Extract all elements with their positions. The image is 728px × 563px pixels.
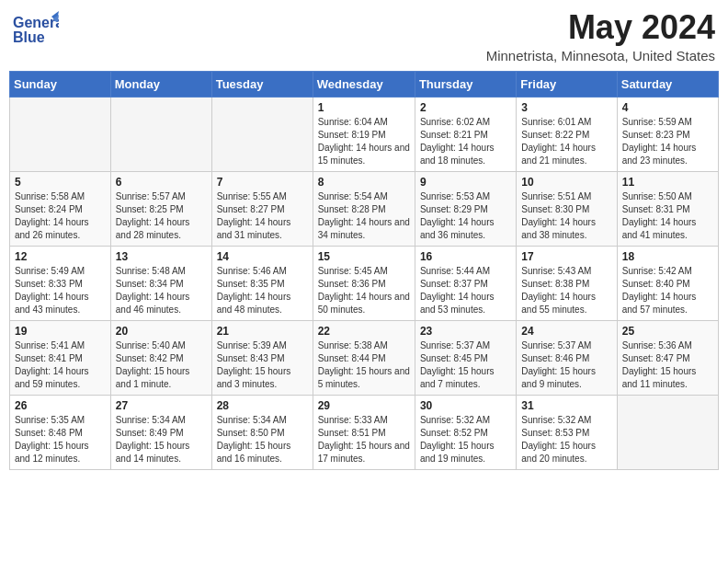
day-number: 17 (521, 250, 611, 263)
day-number: 13 (116, 250, 207, 263)
day-of-week-header: Wednesday (313, 71, 415, 97)
day-number: 1 (318, 101, 410, 114)
day-info: Sunrise: 5:59 AMSunset: 8:23 PMDaylight:… (622, 116, 713, 167)
day-of-week-header: Saturday (617, 71, 718, 97)
calendar-day-cell (617, 395, 718, 469)
day-info: Sunrise: 5:39 AMSunset: 8:43 PMDaylight:… (217, 339, 308, 391)
calendar-day-cell: 14Sunrise: 5:46 AMSunset: 8:35 PMDayligh… (211, 246, 313, 320)
calendar-header-row: SundayMondayTuesdayWednesdayThursdayFrid… (10, 71, 719, 97)
calendar-day-cell: 16Sunrise: 5:44 AMSunset: 8:37 PMDayligh… (415, 246, 516, 320)
day-number: 19 (15, 325, 106, 338)
calendar-day-cell: 21Sunrise: 5:39 AMSunset: 8:43 PMDayligh… (211, 320, 313, 395)
day-number: 21 (217, 325, 308, 338)
svg-text:General: General (13, 15, 59, 30)
day-number: 26 (15, 399, 106, 412)
logo-icon: General Blue (13, 9, 59, 51)
calendar-day-cell: 9Sunrise: 5:53 AMSunset: 8:29 PMDaylight… (415, 171, 516, 246)
calendar-day-cell: 19Sunrise: 5:41 AMSunset: 8:41 PMDayligh… (10, 320, 111, 395)
day-info: Sunrise: 5:38 AMSunset: 8:44 PMDaylight:… (318, 339, 410, 391)
day-info: Sunrise: 5:37 AMSunset: 8:45 PMDaylight:… (420, 339, 511, 391)
location-title: Minnetrista, Minnesota, United States (486, 48, 715, 63)
calendar-week-row: 19Sunrise: 5:41 AMSunset: 8:41 PMDayligh… (10, 320, 719, 395)
calendar-day-cell: 15Sunrise: 5:45 AMSunset: 8:36 PMDayligh… (313, 246, 415, 320)
day-number: 29 (318, 399, 410, 412)
calendar-day-cell: 18Sunrise: 5:42 AMSunset: 8:40 PMDayligh… (617, 246, 718, 320)
calendar-day-cell: 20Sunrise: 5:40 AMSunset: 8:42 PMDayligh… (110, 320, 211, 395)
calendar-day-cell: 1Sunrise: 6:04 AMSunset: 8:19 PMDaylight… (313, 97, 415, 171)
calendar-day-cell: 29Sunrise: 5:33 AMSunset: 8:51 PMDayligh… (313, 395, 415, 469)
day-number: 15 (318, 250, 410, 263)
calendar-day-cell: 28Sunrise: 5:34 AMSunset: 8:50 PMDayligh… (211, 395, 313, 469)
calendar-day-cell: 25Sunrise: 5:36 AMSunset: 8:47 PMDayligh… (617, 320, 718, 395)
calendar-week-row: 12Sunrise: 5:49 AMSunset: 8:33 PMDayligh… (10, 246, 719, 320)
day-number: 23 (420, 325, 511, 338)
day-of-week-header: Friday (517, 71, 617, 97)
day-info: Sunrise: 6:04 AMSunset: 8:19 PMDaylight:… (318, 116, 410, 167)
day-info: Sunrise: 5:51 AMSunset: 8:30 PMDaylight:… (521, 190, 611, 242)
day-info: Sunrise: 5:45 AMSunset: 8:36 PMDaylight:… (318, 265, 410, 316)
day-info: Sunrise: 5:32 AMSunset: 8:52 PMDaylight:… (420, 414, 511, 465)
calendar-week-row: 5Sunrise: 5:58 AMSunset: 8:24 PMDaylight… (10, 171, 719, 246)
calendar-week-row: 1Sunrise: 6:04 AMSunset: 8:19 PMDaylight… (10, 97, 719, 171)
day-info: Sunrise: 5:41 AMSunset: 8:41 PMDaylight:… (15, 339, 106, 391)
day-number: 4 (622, 101, 713, 114)
day-number: 22 (318, 325, 410, 338)
day-of-week-header: Sunday (10, 71, 111, 97)
day-number: 20 (116, 325, 207, 338)
day-number: 16 (420, 250, 511, 263)
day-info: Sunrise: 5:33 AMSunset: 8:51 PMDaylight:… (318, 414, 410, 465)
calendar-day-cell: 30Sunrise: 5:32 AMSunset: 8:52 PMDayligh… (415, 395, 516, 469)
day-number: 27 (116, 399, 207, 412)
day-number: 3 (521, 101, 611, 114)
day-number: 31 (521, 399, 611, 412)
calendar-day-cell: 31Sunrise: 5:32 AMSunset: 8:53 PMDayligh… (517, 395, 617, 469)
day-of-week-header: Monday (110, 71, 211, 97)
day-number: 30 (420, 399, 511, 412)
day-number: 8 (318, 176, 410, 189)
calendar-day-cell: 27Sunrise: 5:34 AMSunset: 8:49 PMDayligh… (110, 395, 211, 469)
day-info: Sunrise: 5:55 AMSunset: 8:27 PMDaylight:… (217, 190, 308, 242)
logo: General Blue (13, 9, 63, 51)
svg-text:Blue: Blue (13, 29, 45, 45)
day-info: Sunrise: 5:40 AMSunset: 8:42 PMDaylight:… (116, 339, 207, 391)
day-info: Sunrise: 5:54 AMSunset: 8:28 PMDaylight:… (318, 190, 410, 242)
day-info: Sunrise: 5:57 AMSunset: 8:25 PMDaylight:… (116, 190, 207, 242)
day-number: 12 (15, 250, 106, 263)
month-title: May 2024 (486, 9, 715, 46)
calendar-day-cell: 22Sunrise: 5:38 AMSunset: 8:44 PMDayligh… (313, 320, 415, 395)
day-info: Sunrise: 5:58 AMSunset: 8:24 PMDaylight:… (15, 190, 106, 242)
day-info: Sunrise: 5:44 AMSunset: 8:37 PMDaylight:… (420, 265, 511, 316)
calendar-day-cell: 12Sunrise: 5:49 AMSunset: 8:33 PMDayligh… (10, 246, 111, 320)
day-number: 14 (217, 250, 308, 263)
day-info: Sunrise: 6:01 AMSunset: 8:22 PMDaylight:… (521, 116, 611, 167)
calendar-day-cell: 24Sunrise: 5:37 AMSunset: 8:46 PMDayligh… (517, 320, 617, 395)
calendar-week-row: 26Sunrise: 5:35 AMSunset: 8:48 PMDayligh… (10, 395, 719, 469)
calendar-day-cell: 13Sunrise: 5:48 AMSunset: 8:34 PMDayligh… (110, 246, 211, 320)
day-number: 18 (622, 250, 713, 263)
calendar-day-cell: 7Sunrise: 5:55 AMSunset: 8:27 PMDaylight… (211, 171, 313, 246)
calendar-day-cell: 17Sunrise: 5:43 AMSunset: 8:38 PMDayligh… (517, 246, 617, 320)
day-info: Sunrise: 5:42 AMSunset: 8:40 PMDaylight:… (622, 265, 713, 316)
day-number: 9 (420, 176, 511, 189)
day-of-week-header: Tuesday (211, 71, 313, 97)
calendar-day-cell: 5Sunrise: 5:58 AMSunset: 8:24 PMDaylight… (10, 171, 111, 246)
calendar-day-cell: 6Sunrise: 5:57 AMSunset: 8:25 PMDaylight… (110, 171, 211, 246)
day-number: 5 (15, 176, 106, 189)
day-info: Sunrise: 5:37 AMSunset: 8:46 PMDaylight:… (521, 339, 611, 391)
day-number: 28 (217, 399, 308, 412)
calendar-day-cell: 23Sunrise: 5:37 AMSunset: 8:45 PMDayligh… (415, 320, 516, 395)
day-info: Sunrise: 5:50 AMSunset: 8:31 PMDaylight:… (622, 190, 713, 242)
calendar-day-cell (110, 97, 211, 171)
calendar-day-cell: 8Sunrise: 5:54 AMSunset: 8:28 PMDaylight… (313, 171, 415, 246)
day-info: Sunrise: 6:02 AMSunset: 8:21 PMDaylight:… (420, 116, 511, 167)
day-of-week-header: Thursday (415, 71, 516, 97)
calendar-day-cell: 3Sunrise: 6:01 AMSunset: 8:22 PMDaylight… (517, 97, 617, 171)
day-info: Sunrise: 5:49 AMSunset: 8:33 PMDaylight:… (15, 265, 106, 316)
calendar-day-cell: 10Sunrise: 5:51 AMSunset: 8:30 PMDayligh… (517, 171, 617, 246)
day-info: Sunrise: 5:36 AMSunset: 8:47 PMDaylight:… (622, 339, 713, 391)
calendar-day-cell: 11Sunrise: 5:50 AMSunset: 8:31 PMDayligh… (617, 171, 718, 246)
day-info: Sunrise: 5:32 AMSunset: 8:53 PMDaylight:… (521, 414, 611, 465)
day-info: Sunrise: 5:35 AMSunset: 8:48 PMDaylight:… (15, 414, 106, 465)
calendar-day-cell (211, 97, 313, 171)
title-section: May 2024 Minnetrista, Minnesota, United … (486, 9, 715, 63)
